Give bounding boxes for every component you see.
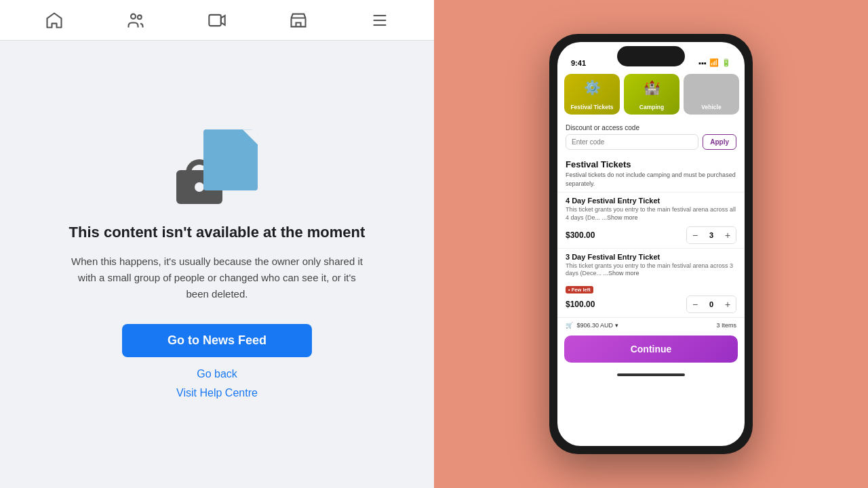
camping-icon: 🏰 — [644, 79, 660, 96]
tickets-section-subtitle: Festival tickets do not include camping … — [557, 171, 745, 192]
festival-icon: ⚙️ — [584, 79, 601, 96]
nav-bar — [0, 0, 434, 41]
qty-value-4day: 3 — [703, 231, 719, 239]
cart-total: 🛒 $906.30 AUD ▾ — [566, 322, 618, 329]
phone-screen: 9:41 ▪▪▪ 📶 🔋 ⚙️ Festival Tickets 🏰 Campi… — [557, 42, 745, 446]
ticket-item-4day: 4 Day Festival Entry Ticket This ticket … — [557, 192, 745, 247]
video-icon[interactable] — [205, 8, 229, 33]
store-icon[interactable] — [286, 8, 311, 33]
qty-increase-3day[interactable]: + — [719, 296, 736, 312]
dynamic-island — [617, 46, 685, 66]
ticket-desc-3day: This ticket grants you entry to the main… — [566, 262, 736, 278]
continue-button[interactable]: Continue — [564, 336, 738, 363]
qty-control-4day: − 3 + — [686, 226, 736, 244]
ticket-price-4day: $300.00 — [566, 230, 595, 240]
left-panel: This content isn't available at the mome… — [0, 0, 434, 488]
news-feed-button[interactable]: Go to News Feed — [122, 324, 312, 357]
home-icon[interactable] — [42, 8, 66, 33]
qty-decrease-4day[interactable]: − — [687, 227, 703, 243]
home-indicator — [557, 368, 745, 382]
category-label-camping: Camping — [639, 104, 664, 110]
ticket-desc-4day: This ticket grants you entry to the main… — [566, 206, 736, 222]
show-more-4day[interactable]: ...Show more — [602, 214, 638, 221]
category-label-vehicle: Vehicle — [701, 104, 721, 110]
chevron-down-icon: ▾ — [615, 322, 618, 329]
qty-increase-4day[interactable]: + — [719, 227, 736, 243]
svg-point-0 — [131, 14, 136, 18]
cart-items-count: 3 Items — [716, 322, 736, 329]
category-tab-vehicle[interactable]: Vehicle — [684, 74, 739, 115]
category-tabs: ⚙️ Festival Tickets 🏰 Camping Vehicle — [557, 70, 745, 119]
category-tab-camping[interactable]: 🏰 Camping — [624, 74, 679, 115]
phone-content: ⚙️ Festival Tickets 🏰 Camping Vehicle Di… — [557, 70, 745, 446]
ticket-price-row-3day: $100.00 − 0 + — [566, 296, 736, 313]
qty-value-3day: 0 — [703, 300, 719, 308]
show-more-3day[interactable]: ...Show more — [604, 270, 639, 277]
qty-decrease-3day[interactable]: − — [687, 296, 703, 312]
signal-icon: ▪▪▪ — [698, 59, 707, 67]
svg-point-1 — [138, 15, 142, 19]
category-label-festival: Festival Tickets — [570, 104, 613, 110]
ticket-name-4day: 4 Day Festival Entry Ticket — [566, 197, 736, 205]
phone-frame: 9:41 ▪▪▪ 📶 🔋 ⚙️ Festival Tickets 🏰 Campi… — [549, 34, 753, 454]
lock-illustration — [176, 129, 258, 204]
home-bar — [617, 373, 685, 376]
ticket-price-row-4day: $300.00 − 3 + — [566, 226, 736, 244]
qty-control-3day: − 0 + — [686, 296, 736, 313]
go-back-link[interactable]: Go back — [197, 368, 237, 380]
tickets-section-title: Festival Tickets — [557, 155, 745, 171]
wifi-icon: 📶 — [709, 58, 719, 67]
cart-icon: 🛒 — [566, 322, 573, 329]
svg-rect-2 — [209, 14, 221, 25]
cart-bar: 🛒 $906.30 AUD ▾ 3 Items — [557, 317, 745, 333]
status-time: 9:41 — [571, 59, 586, 67]
ticket-item-3day: 3 Day Festival Entry Ticket This ticket … — [557, 248, 745, 317]
help-centre-link[interactable]: Visit Help Centre — [176, 387, 258, 399]
error-title: This content isn't available at the mome… — [69, 223, 366, 243]
ticket-price-3day: $100.00 — [566, 300, 595, 309]
people-icon[interactable] — [123, 8, 148, 33]
discount-label: Discount or access code — [566, 124, 736, 131]
discount-section: Discount or access code Apply — [557, 119, 745, 155]
error-content: This content isn't available at the mome… — [0, 41, 434, 488]
discount-input[interactable] — [566, 134, 698, 150]
battery-icon: 🔋 — [722, 58, 731, 67]
few-left-badge: • Few left — [566, 282, 736, 296]
category-tab-festival[interactable]: ⚙️ Festival Tickets — [564, 74, 620, 115]
apply-button[interactable]: Apply — [703, 134, 736, 150]
ticket-name-3day: 3 Day Festival Entry Ticket — [566, 253, 736, 261]
status-icons: ▪▪▪ 📶 🔋 — [698, 58, 731, 67]
discount-row: Apply — [566, 134, 736, 150]
right-panel: 9:41 ▪▪▪ 📶 🔋 ⚙️ Festival Tickets 🏰 Campi… — [434, 0, 868, 488]
error-description: When this happens, it's usually because … — [68, 253, 366, 302]
menu-icon[interactable] — [368, 8, 392, 33]
